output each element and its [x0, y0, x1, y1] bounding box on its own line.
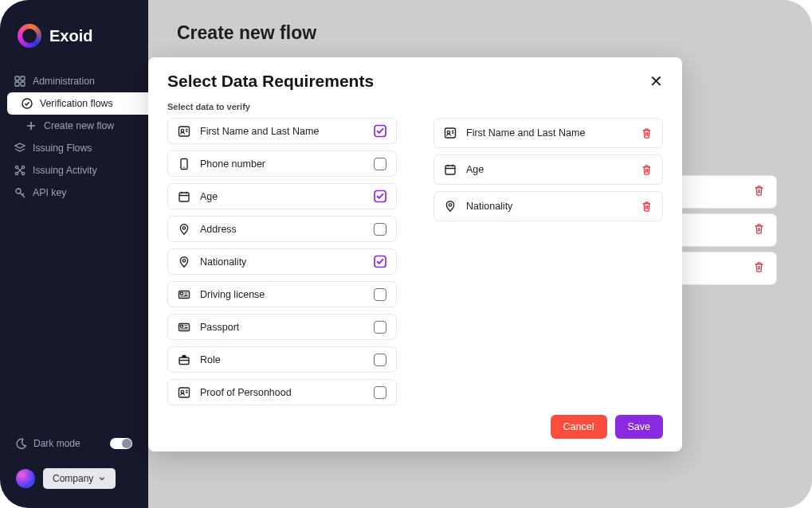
available-item[interactable]: Address — [167, 216, 397, 242]
selected-item-label: Age — [466, 164, 630, 175]
sidebar-item-create-new-flow[interactable]: Create new flow — [0, 115, 148, 137]
sidebar: Exoid Administration Verification flows … — [0, 0, 148, 508]
select-data-requirements-modal: Select Data Requirements ✕ Select data t… — [148, 57, 682, 451]
briefcase-icon — [178, 354, 190, 366]
trash-icon[interactable] — [753, 223, 765, 238]
grid-icon — [14, 76, 25, 87]
sidebar-item-api-key[interactable]: API key — [0, 182, 148, 204]
available-item[interactable]: Passport — [167, 314, 397, 340]
sidebar-item-label: Issuing Activity — [33, 165, 97, 176]
pin-icon — [178, 223, 190, 236]
sidebar-item-label: Verification flows — [40, 98, 113, 109]
nodes-icon — [14, 165, 25, 176]
trash-icon[interactable] — [640, 163, 653, 176]
checkbox-unchecked[interactable] — [374, 386, 386, 399]
available-item[interactable]: Role — [167, 346, 397, 373]
available-list: First Name and Last NamePhone numberAgeA… — [167, 118, 398, 405]
trash-icon[interactable] — [753, 261, 765, 276]
available-item-label: Role — [200, 354, 364, 365]
phone-icon — [178, 158, 190, 170]
available-item[interactable]: Proof of Personhood — [167, 379, 397, 405]
logo-icon — [18, 24, 41, 48]
key-icon — [14, 187, 25, 198]
chevron-down-icon — [98, 475, 106, 483]
selected-item-label: First Name and Last Name — [466, 127, 630, 139]
checkbox-checked-icon[interactable] — [374, 256, 386, 268]
sidebar-item-administration[interactable]: Administration — [0, 70, 148, 92]
modal-subtitle: Select data to verify — [167, 102, 663, 111]
sidebar-item-label: Create new flow — [44, 120, 114, 131]
pin-icon — [178, 256, 190, 268]
available-item-label: Driving license — [200, 289, 364, 300]
id-card-icon — [178, 321, 190, 334]
checkbox-unchecked[interactable] — [374, 288, 386, 301]
modal-header: Select Data Requirements ✕ — [167, 72, 663, 91]
brand: Exoid — [0, 24, 148, 70]
selected-item: Age — [433, 154, 663, 185]
available-item-label: Nationality — [200, 256, 364, 268]
trash-icon[interactable] — [640, 127, 653, 139]
company-label: Company — [53, 473, 93, 484]
layers-icon — [14, 143, 25, 154]
plus-icon — [25, 120, 37, 131]
cancel-button[interactable]: Cancel — [551, 415, 607, 439]
selected-item-label: Nationality — [466, 201, 630, 212]
pin-icon — [444, 200, 457, 213]
person-card-icon — [178, 125, 190, 138]
trash-icon[interactable] — [753, 185, 765, 200]
sidebar-item-label: Administration — [33, 76, 95, 87]
selected-list: First Name and Last NameAgeNationality — [433, 118, 663, 405]
selected-item: Nationality — [433, 191, 663, 221]
calendar-icon — [444, 163, 457, 176]
sidebar-nav: Administration Verification flows Create… — [0, 70, 148, 204]
available-item-label: Age — [200, 191, 364, 202]
trash-icon[interactable] — [640, 200, 653, 213]
modal-footer: Cancel Save — [167, 415, 663, 439]
background-row — [673, 252, 777, 285]
available-item[interactable]: Driving license — [167, 281, 397, 307]
app-frame: Exoid Administration Verification flows … — [0, 0, 812, 508]
calendar-icon — [178, 190, 190, 203]
selected-item: First Name and Last Name — [433, 118, 663, 148]
sidebar-item-label: API key — [33, 187, 66, 198]
sidebar-item-label: Issuing Flows — [33, 143, 92, 154]
id-card-icon — [178, 288, 190, 301]
account-row: Company — [0, 457, 148, 508]
brand-name: Exoid — [49, 27, 92, 45]
checkbox-unchecked[interactable] — [374, 158, 386, 170]
avatar — [16, 469, 35, 488]
sidebar-item-issuing-flows[interactable]: Issuing Flows — [0, 137, 148, 159]
dark-mode-label: Dark mode — [33, 438, 80, 449]
sidebar-item-issuing-activity[interactable]: Issuing Activity — [0, 159, 148, 182]
available-item[interactable]: Age — [167, 183, 397, 209]
checkbox-unchecked[interactable] — [374, 223, 386, 236]
available-item-label: Proof of Personhood — [200, 387, 364, 398]
moon-icon — [16, 438, 27, 449]
checkbox-checked-icon[interactable] — [374, 125, 386, 138]
dark-mode-toggle[interactable] — [110, 438, 132, 449]
checkbox-unchecked[interactable] — [374, 354, 386, 366]
save-button[interactable]: Save — [615, 415, 664, 439]
available-item[interactable]: First Name and Last Name — [167, 118, 397, 144]
available-item-label: Phone number — [200, 158, 364, 170]
available-item[interactable]: Phone number — [167, 150, 397, 177]
close-icon[interactable]: ✕ — [649, 73, 663, 89]
available-item-label: Address — [200, 224, 364, 235]
checkbox-unchecked[interactable] — [374, 321, 386, 334]
sidebar-item-verification-flows[interactable]: Verification flows — [7, 92, 148, 115]
modal-columns: First Name and Last NamePhone numberAgeA… — [167, 118, 663, 405]
available-item-label: First Name and Last Name — [200, 126, 364, 137]
person-card-icon — [178, 386, 190, 399]
checkbox-checked-icon[interactable] — [374, 190, 386, 203]
available-item-label: Passport — [200, 322, 364, 333]
page-title: Create new flow — [177, 22, 783, 44]
available-item[interactable]: Nationality — [167, 248, 397, 275]
check-circle-icon — [22, 98, 33, 109]
person-card-icon — [444, 127, 457, 139]
background-row — [673, 175, 777, 209]
background-row — [673, 213, 777, 247]
company-selector-button[interactable]: Company — [43, 468, 116, 489]
dark-mode-row: Dark mode — [0, 430, 148, 457]
modal-title: Select Data Requirements — [167, 72, 374, 91]
